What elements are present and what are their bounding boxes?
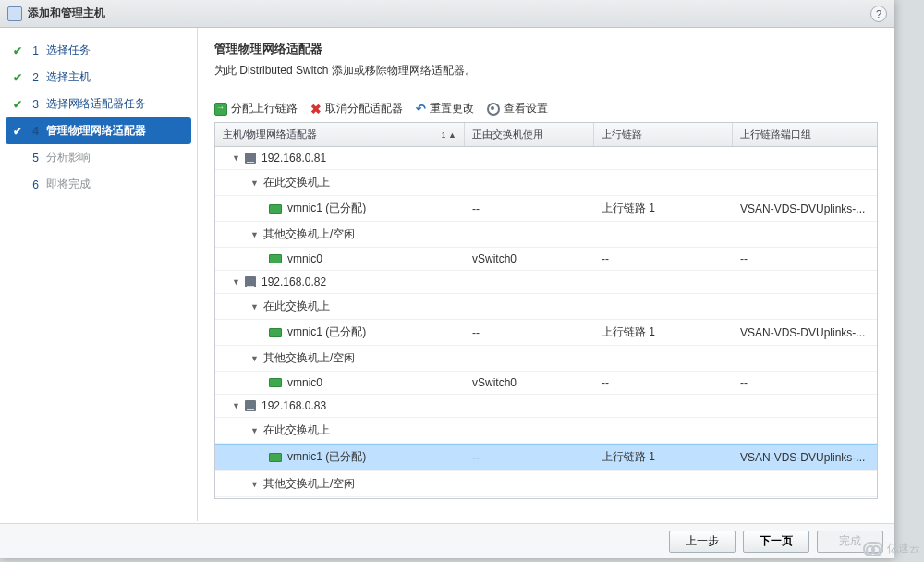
- adapter-toolbar: 分配上行链路 ✖取消分配适配器 ↶重置更改 查看设置: [214, 101, 878, 116]
- check-icon: ✔: [13, 98, 22, 111]
- wizard-nav: ✔1选择任务 ✔2选择主机 ✔3选择网络适配器任务 ✔4管理物理网络适配器 ✔5…: [0, 28, 198, 521]
- table-row[interactable]: ▼192.168.0.81: [215, 147, 877, 170]
- back-button[interactable]: 上一步: [669, 531, 736, 553]
- adapter-table: 主机/物理网络适配器1 ▲ 正由交换机使用 上行链路 上行链路端口组 ▼192.…: [214, 122, 878, 499]
- table-row[interactable]: vmnic1 (已分配)--上行链路 1VSAN-VDS-DVUplinks-.…: [215, 444, 877, 471]
- table-row[interactable]: ▼其他交换机上/空闲: [215, 471, 877, 497]
- nav-step-4[interactable]: ✔4管理物理网络适配器: [6, 117, 191, 144]
- nic-icon: [269, 378, 282, 387]
- nic-icon: [269, 204, 282, 214]
- reset-icon: ↶: [416, 102, 426, 116]
- table-row[interactable]: vmnic0vSwitch0----: [215, 372, 877, 395]
- table-row[interactable]: ▼在此交换机上: [215, 418, 877, 444]
- expand-toggle[interactable]: ▼: [232, 401, 241, 410]
- nic-icon: [269, 328, 282, 337]
- nav-step-3[interactable]: ✔3选择网络适配器任务: [0, 91, 197, 117]
- check-icon: ✔: [13, 44, 22, 57]
- host-icon: [245, 153, 256, 164]
- unassign-adapter-button[interactable]: ✖取消分配适配器: [310, 101, 403, 116]
- expand-toggle[interactable]: ▼: [250, 230, 260, 239]
- unassign-icon: ✖: [310, 102, 322, 116]
- table-row[interactable]: ▼在此交换机上: [215, 170, 877, 196]
- check-icon: ✔: [13, 125, 22, 138]
- dialog-titlebar: 添加和管理主机 ?: [0, 0, 894, 28]
- reset-changes-button[interactable]: ↶重置更改: [416, 101, 474, 116]
- table-row[interactable]: vmnic1 (已分配)--上行链路 1VSAN-VDS-DVUplinks-.…: [215, 320, 877, 346]
- view-icon: [487, 103, 500, 116]
- table-row[interactable]: ▼192.168.0.83: [215, 395, 877, 418]
- nav-step-5: ✔5分析影响: [0, 144, 197, 171]
- col-used-by[interactable]: 正由交换机使用: [465, 123, 594, 146]
- expand-toggle[interactable]: ▼: [250, 354, 260, 363]
- page-title: 管理物理网络适配器: [214, 41, 878, 57]
- nic-icon: [269, 453, 282, 462]
- expand-toggle[interactable]: ▼: [232, 277, 241, 287]
- table-row[interactable]: vmnic0vSwitch0----: [215, 497, 877, 498]
- expand-toggle[interactable]: ▼: [250, 178, 260, 188]
- dialog-icon: [7, 6, 22, 21]
- expand-toggle[interactable]: ▼: [232, 153, 241, 163]
- table-body: ▼192.168.0.81▼在此交换机上vmnic1 (已分配)--上行链路 1…: [215, 147, 877, 498]
- nav-step-2[interactable]: ✔2选择主机: [0, 64, 197, 91]
- wizard-dialog: 添加和管理主机 ? ✔1选择任务 ✔2选择主机 ✔3选择网络适配器任务 ✔4管理…: [0, 0, 894, 558]
- nic-icon: [269, 254, 282, 263]
- col-uplink[interactable]: 上行链路: [594, 123, 733, 146]
- nav-step-1[interactable]: ✔1选择任务: [0, 37, 197, 64]
- col-host-adapter[interactable]: 主机/物理网络适配器1 ▲: [215, 123, 465, 146]
- host-icon: [245, 400, 256, 411]
- help-icon[interactable]: ?: [870, 6, 887, 22]
- table-row[interactable]: ▼在此交换机上: [215, 294, 877, 320]
- finish-button: 完成: [817, 531, 883, 553]
- sort-indicator: 1 ▲: [442, 130, 456, 140]
- dialog-title: 添加和管理主机: [28, 6, 870, 21]
- expand-toggle[interactable]: ▼: [250, 302, 260, 312]
- table-row[interactable]: ▼其他交换机上/空闲: [215, 346, 877, 372]
- nav-step-6: ✔6即将完成: [0, 171, 197, 198]
- next-button[interactable]: 下一页: [743, 531, 809, 553]
- host-icon: [245, 276, 256, 287]
- assign-icon: [214, 103, 227, 116]
- expand-toggle[interactable]: ▼: [250, 426, 260, 435]
- expand-toggle[interactable]: ▼: [250, 480, 260, 489]
- wizard-content: 管理物理网络适配器 为此 Distributed Switch 添加或移除物理网…: [198, 28, 894, 521]
- table-row[interactable]: ▼其他交换机上/空闲: [215, 222, 877, 248]
- table-header: 主机/物理网络适配器1 ▲ 正由交换机使用 上行链路 上行链路端口组: [215, 123, 877, 147]
- check-icon: ✔: [13, 71, 22, 84]
- col-portgroup[interactable]: 上行链路端口组: [733, 123, 877, 146]
- assign-uplink-button[interactable]: 分配上行链路: [214, 101, 298, 116]
- table-row[interactable]: vmnic0vSwitch0----: [215, 248, 877, 271]
- page-subtitle: 为此 Distributed Switch 添加或移除物理网络适配器。: [214, 63, 878, 79]
- table-row[interactable]: vmnic1 (已分配)--上行链路 1VSAN-VDS-DVUplinks-.…: [215, 196, 877, 222]
- view-settings-button[interactable]: 查看设置: [487, 101, 548, 116]
- table-row[interactable]: ▼192.168.0.82: [215, 271, 877, 294]
- wizard-footer: 上一步 下一页 完成: [0, 523, 894, 558]
